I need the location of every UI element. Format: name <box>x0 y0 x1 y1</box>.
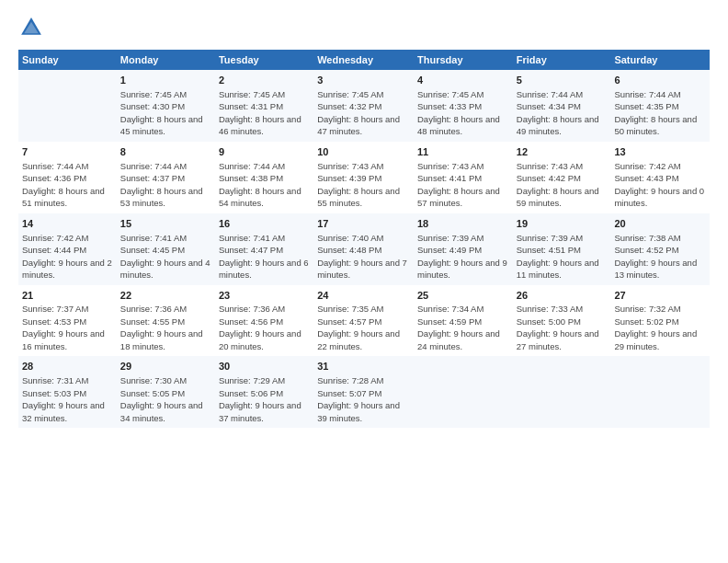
day-info: Sunrise: 7:36 AMSunset: 4:56 PMDaylight:… <box>219 304 301 351</box>
logo-icon <box>18 15 44 40</box>
day-info: Sunrise: 7:45 AMSunset: 4:33 PMDaylight:… <box>417 89 500 137</box>
calendar-table: SundayMondayTuesdayWednesdayThursdayFrid… <box>18 50 710 428</box>
calendar-day-cell: 26Sunrise: 7:33 AMSunset: 5:00 PMDayligh… <box>513 285 611 357</box>
calendar-day-cell: 9Sunrise: 7:44 AMSunset: 4:38 PMDaylight… <box>215 142 313 213</box>
day-number: 16 <box>219 217 310 231</box>
day-info: Sunrise: 7:34 AMSunset: 4:59 PMDaylight:… <box>417 304 500 351</box>
calendar-week-row: 1Sunrise: 7:45 AMSunset: 4:30 PMDaylight… <box>18 70 710 142</box>
calendar-day-cell: 6Sunrise: 7:44 AMSunset: 4:35 PMDaylight… <box>610 70 710 142</box>
calendar-day-cell: 21Sunrise: 7:37 AMSunset: 4:53 PMDayligh… <box>18 285 117 357</box>
calendar-day-cell: 3Sunrise: 7:45 AMSunset: 4:32 PMDaylight… <box>313 70 414 142</box>
calendar-day-cell: 27Sunrise: 7:32 AMSunset: 5:02 PMDayligh… <box>610 285 710 357</box>
day-number: 12 <box>517 145 608 159</box>
calendar-day-cell: 5Sunrise: 7:44 AMSunset: 4:34 PMDaylight… <box>513 70 611 142</box>
calendar-day-cell: 18Sunrise: 7:39 AMSunset: 4:49 PMDayligh… <box>414 213 513 285</box>
weekday-header: Monday <box>117 50 215 70</box>
day-info: Sunrise: 7:29 AMSunset: 5:06 PMDaylight:… <box>219 375 301 423</box>
day-info: Sunrise: 7:36 AMSunset: 4:55 PMDaylight:… <box>120 304 203 351</box>
day-number: 11 <box>417 145 509 159</box>
day-number: 13 <box>614 145 706 159</box>
day-info: Sunrise: 7:37 AMSunset: 4:53 PMDaylight:… <box>22 304 105 351</box>
day-info: Sunrise: 7:43 AMSunset: 4:39 PMDaylight:… <box>317 161 400 209</box>
calendar-day-cell: 16Sunrise: 7:41 AMSunset: 4:47 PMDayligh… <box>215 213 313 285</box>
day-info: Sunrise: 7:43 AMSunset: 4:42 PMDaylight:… <box>517 161 599 209</box>
day-number: 15 <box>120 217 211 231</box>
day-info: Sunrise: 7:30 AMSunset: 5:05 PMDaylight:… <box>120 375 203 423</box>
day-number: 9 <box>219 145 310 159</box>
day-number: 6 <box>614 74 706 87</box>
calendar-week-row: 7Sunrise: 7:44 AMSunset: 4:36 PMDaylight… <box>18 142 710 213</box>
day-number: 29 <box>120 360 211 373</box>
day-number: 3 <box>317 74 410 87</box>
day-number: 20 <box>614 217 706 231</box>
day-info: Sunrise: 7:32 AMSunset: 5:02 PMDaylight:… <box>614 304 697 351</box>
day-number: 24 <box>317 289 410 303</box>
calendar-day-cell: 22Sunrise: 7:36 AMSunset: 4:55 PMDayligh… <box>117 285 215 357</box>
calendar-day-cell: 1Sunrise: 7:45 AMSunset: 4:30 PMDaylight… <box>117 70 215 142</box>
day-number: 19 <box>517 217 608 231</box>
header-row: SundayMondayTuesdayWednesdayThursdayFrid… <box>18 50 710 70</box>
day-number: 22 <box>120 289 211 303</box>
weekday-header: Wednesday <box>313 50 414 70</box>
calendar-day-cell <box>610 356 710 428</box>
day-number: 23 <box>219 289 310 303</box>
page: SundayMondayTuesdayWednesdayThursdayFrid… <box>0 0 728 563</box>
day-info: Sunrise: 7:44 AMSunset: 4:37 PMDaylight:… <box>120 161 203 209</box>
weekday-header: Saturday <box>610 50 710 70</box>
day-info: Sunrise: 7:44 AMSunset: 4:36 PMDaylight:… <box>22 161 105 209</box>
day-info: Sunrise: 7:44 AMSunset: 4:34 PMDaylight:… <box>517 89 599 137</box>
day-info: Sunrise: 7:28 AMSunset: 5:07 PMDaylight:… <box>317 375 400 423</box>
calendar-day-cell: 10Sunrise: 7:43 AMSunset: 4:39 PMDayligh… <box>313 142 414 213</box>
day-info: Sunrise: 7:42 AMSunset: 4:44 PMDaylight:… <box>22 233 112 281</box>
day-info: Sunrise: 7:45 AMSunset: 4:32 PMDaylight:… <box>317 89 400 137</box>
weekday-header: Sunday <box>18 50 117 70</box>
day-number: 2 <box>219 74 310 87</box>
day-info: Sunrise: 7:31 AMSunset: 5:03 PMDaylight:… <box>22 375 105 423</box>
day-info: Sunrise: 7:33 AMSunset: 5:00 PMDaylight:… <box>517 304 599 351</box>
calendar-day-cell: 25Sunrise: 7:34 AMSunset: 4:59 PMDayligh… <box>414 285 513 357</box>
calendar-day-cell: 14Sunrise: 7:42 AMSunset: 4:44 PMDayligh… <box>18 213 117 285</box>
calendar-day-cell <box>18 70 117 142</box>
day-info: Sunrise: 7:40 AMSunset: 4:48 PMDaylight:… <box>317 233 407 281</box>
day-number: 4 <box>417 74 509 87</box>
day-info: Sunrise: 7:45 AMSunset: 4:30 PMDaylight:… <box>120 89 203 137</box>
day-number: 28 <box>22 360 113 373</box>
calendar-week-row: 21Sunrise: 7:37 AMSunset: 4:53 PMDayligh… <box>18 285 710 357</box>
weekday-header: Tuesday <box>215 50 313 70</box>
calendar-day-cell: 24Sunrise: 7:35 AMSunset: 4:57 PMDayligh… <box>313 285 414 357</box>
day-number: 14 <box>22 217 113 231</box>
day-info: Sunrise: 7:43 AMSunset: 4:41 PMDaylight:… <box>417 161 500 209</box>
calendar-week-row: 28Sunrise: 7:31 AMSunset: 5:03 PMDayligh… <box>18 356 710 428</box>
calendar-day-cell <box>414 356 513 428</box>
day-number: 30 <box>219 360 310 373</box>
calendar-day-cell: 31Sunrise: 7:28 AMSunset: 5:07 PMDayligh… <box>313 356 414 428</box>
day-info: Sunrise: 7:41 AMSunset: 4:45 PMDaylight:… <box>120 233 210 281</box>
day-number: 31 <box>317 360 410 373</box>
calendar-day-cell: 15Sunrise: 7:41 AMSunset: 4:45 PMDayligh… <box>117 213 215 285</box>
day-number: 27 <box>614 289 706 303</box>
calendar-day-cell: 19Sunrise: 7:39 AMSunset: 4:51 PMDayligh… <box>513 213 611 285</box>
day-number: 21 <box>22 289 113 303</box>
calendar-day-cell: 8Sunrise: 7:44 AMSunset: 4:37 PMDaylight… <box>117 142 215 213</box>
day-info: Sunrise: 7:44 AMSunset: 4:38 PMDaylight:… <box>219 161 301 209</box>
day-info: Sunrise: 7:42 AMSunset: 4:43 PMDaylight:… <box>614 161 704 209</box>
calendar-day-cell <box>513 356 611 428</box>
day-info: Sunrise: 7:44 AMSunset: 4:35 PMDaylight:… <box>614 89 697 137</box>
day-number: 25 <box>417 289 509 303</box>
logo <box>18 15 48 40</box>
calendar-day-cell: 28Sunrise: 7:31 AMSunset: 5:03 PMDayligh… <box>18 356 117 428</box>
day-number: 8 <box>120 145 211 159</box>
calendar-day-cell: 11Sunrise: 7:43 AMSunset: 4:41 PMDayligh… <box>414 142 513 213</box>
day-info: Sunrise: 7:39 AMSunset: 4:49 PMDaylight:… <box>417 233 507 281</box>
day-info: Sunrise: 7:35 AMSunset: 4:57 PMDaylight:… <box>317 304 400 351</box>
weekday-header: Friday <box>513 50 611 70</box>
day-info: Sunrise: 7:39 AMSunset: 4:51 PMDaylight:… <box>517 233 599 281</box>
day-number: 18 <box>417 217 509 231</box>
calendar-day-cell: 17Sunrise: 7:40 AMSunset: 4:48 PMDayligh… <box>313 213 414 285</box>
day-info: Sunrise: 7:45 AMSunset: 4:31 PMDaylight:… <box>219 89 301 137</box>
header <box>18 15 710 40</box>
calendar-day-cell: 12Sunrise: 7:43 AMSunset: 4:42 PMDayligh… <box>513 142 611 213</box>
day-number: 26 <box>517 289 608 303</box>
day-number: 7 <box>22 145 113 159</box>
day-number: 17 <box>317 217 410 231</box>
